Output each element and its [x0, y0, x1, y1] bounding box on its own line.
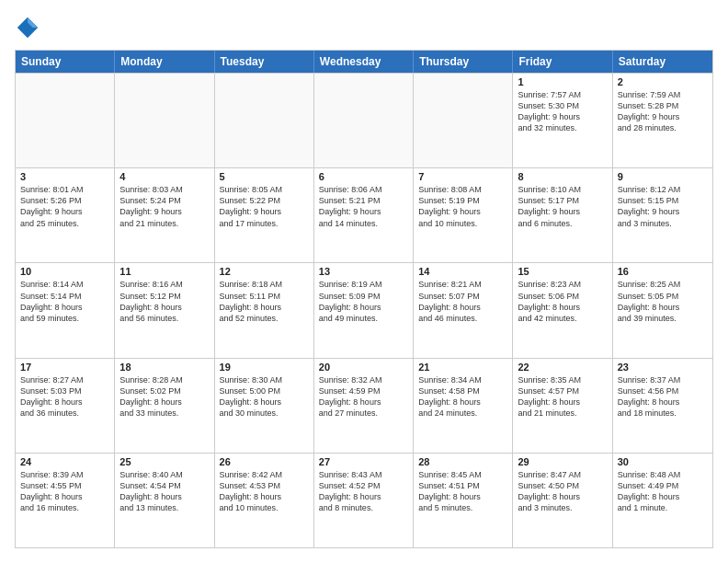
calendar-cell: 30Sunrise: 8:48 AM Sunset: 4:49 PM Dayli…	[613, 454, 712, 547]
calendar-cell	[115, 74, 214, 167]
day-info: Sunrise: 8:25 AM Sunset: 5:05 PM Dayligh…	[618, 279, 708, 324]
day-info: Sunrise: 8:47 AM Sunset: 4:50 PM Dayligh…	[518, 469, 607, 514]
calendar-cell: 18Sunrise: 8:28 AM Sunset: 5:02 PM Dayli…	[115, 359, 214, 453]
calendar-cell	[414, 74, 513, 167]
calendar-cell: 15Sunrise: 8:23 AM Sunset: 5:06 PM Dayli…	[513, 263, 612, 357]
calendar-header-saturday: Saturday	[613, 51, 712, 73]
day-number: 6	[319, 171, 408, 182]
day-info: Sunrise: 8:19 AM Sunset: 5:09 PM Dayligh…	[319, 279, 408, 324]
calendar-cell: 17Sunrise: 8:27 AM Sunset: 5:03 PM Dayli…	[16, 359, 115, 453]
day-info: Sunrise: 8:01 AM Sunset: 5:26 PM Dayligh…	[20, 184, 109, 229]
calendar-cell: 7Sunrise: 8:08 AM Sunset: 5:19 PM Daylig…	[414, 168, 513, 262]
calendar: SundayMondayTuesdayWednesdayThursdayFrid…	[15, 50, 713, 548]
calendar-body: 1Sunrise: 7:57 AM Sunset: 5:30 PM Daylig…	[16, 73, 712, 547]
day-number: 5	[220, 171, 309, 182]
calendar-header-thursday: Thursday	[414, 51, 513, 73]
day-info: Sunrise: 8:34 AM Sunset: 4:58 PM Dayligh…	[418, 374, 507, 419]
day-number: 27	[319, 456, 408, 467]
day-info: Sunrise: 8:42 AM Sunset: 4:53 PM Dayligh…	[220, 469, 309, 514]
logo-icon	[15, 15, 40, 40]
day-number: 21	[418, 362, 507, 373]
day-info: Sunrise: 8:06 AM Sunset: 5:21 PM Dayligh…	[319, 184, 408, 229]
day-number: 8	[518, 171, 607, 182]
day-info: Sunrise: 8:23 AM Sunset: 5:06 PM Dayligh…	[518, 279, 607, 324]
calendar-cell: 13Sunrise: 8:19 AM Sunset: 5:09 PM Dayli…	[314, 263, 414, 357]
day-number: 11	[119, 266, 209, 277]
calendar-header-monday: Monday	[115, 51, 214, 73]
day-info: Sunrise: 8:32 AM Sunset: 4:59 PM Dayligh…	[319, 374, 408, 419]
calendar-cell: 27Sunrise: 8:43 AM Sunset: 4:52 PM Dayli…	[314, 454, 414, 547]
day-info: Sunrise: 7:57 AM Sunset: 5:30 PM Dayligh…	[518, 89, 607, 134]
calendar-cell: 5Sunrise: 8:05 AM Sunset: 5:22 PM Daylig…	[215, 168, 314, 262]
calendar-cell: 25Sunrise: 8:40 AM Sunset: 4:54 PM Dayli…	[115, 454, 214, 547]
day-number: 15	[518, 266, 607, 277]
calendar-header: SundayMondayTuesdayWednesdayThursdayFrid…	[16, 51, 712, 73]
day-info: Sunrise: 8:37 AM Sunset: 4:56 PM Dayligh…	[618, 374, 708, 419]
day-number: 7	[418, 171, 507, 182]
day-number: 2	[618, 76, 708, 87]
calendar-row-1: 3Sunrise: 8:01 AM Sunset: 5:26 PM Daylig…	[16, 167, 712, 262]
header	[15, 15, 713, 40]
day-number: 23	[618, 362, 708, 373]
page: SundayMondayTuesdayWednesdayThursdayFrid…	[0, 0, 728, 563]
day-info: Sunrise: 8:39 AM Sunset: 4:55 PM Dayligh…	[20, 469, 109, 514]
day-info: Sunrise: 8:03 AM Sunset: 5:24 PM Dayligh…	[119, 184, 209, 229]
calendar-cell: 9Sunrise: 8:12 AM Sunset: 5:15 PM Daylig…	[613, 168, 712, 262]
calendar-header-tuesday: Tuesday	[215, 51, 314, 73]
day-number: 4	[119, 171, 209, 182]
calendar-row-2: 10Sunrise: 8:14 AM Sunset: 5:14 PM Dayli…	[16, 262, 712, 357]
calendar-cell: 21Sunrise: 8:34 AM Sunset: 4:58 PM Dayli…	[414, 359, 513, 453]
calendar-cell: 6Sunrise: 8:06 AM Sunset: 5:21 PM Daylig…	[314, 168, 414, 262]
day-info: Sunrise: 8:30 AM Sunset: 5:00 PM Dayligh…	[220, 374, 309, 419]
calendar-cell	[314, 74, 414, 167]
calendar-cell: 2Sunrise: 7:59 AM Sunset: 5:28 PM Daylig…	[613, 74, 712, 167]
day-number: 30	[618, 456, 708, 467]
calendar-cell: 4Sunrise: 8:03 AM Sunset: 5:24 PM Daylig…	[115, 168, 214, 262]
day-number: 17	[20, 362, 109, 373]
calendar-cell: 1Sunrise: 7:57 AM Sunset: 5:30 PM Daylig…	[513, 74, 612, 167]
day-info: Sunrise: 8:40 AM Sunset: 4:54 PM Dayligh…	[119, 469, 209, 514]
calendar-cell: 29Sunrise: 8:47 AM Sunset: 4:50 PM Dayli…	[513, 454, 612, 547]
day-number: 28	[418, 456, 507, 467]
day-info: Sunrise: 8:16 AM Sunset: 5:12 PM Dayligh…	[119, 279, 209, 324]
day-number: 14	[418, 266, 507, 277]
day-info: Sunrise: 8:48 AM Sunset: 4:49 PM Dayligh…	[618, 469, 708, 514]
calendar-header-wednesday: Wednesday	[314, 51, 414, 73]
day-number: 19	[220, 362, 309, 373]
day-info: Sunrise: 8:18 AM Sunset: 5:11 PM Dayligh…	[220, 279, 309, 324]
calendar-header-friday: Friday	[513, 51, 612, 73]
day-info: Sunrise: 8:28 AM Sunset: 5:02 PM Dayligh…	[119, 374, 209, 419]
calendar-cell	[215, 74, 314, 167]
calendar-cell	[16, 74, 115, 167]
calendar-cell: 12Sunrise: 8:18 AM Sunset: 5:11 PM Dayli…	[215, 263, 314, 357]
calendar-cell: 10Sunrise: 8:14 AM Sunset: 5:14 PM Dayli…	[16, 263, 115, 357]
day-number: 1	[518, 76, 607, 87]
calendar-cell: 16Sunrise: 8:25 AM Sunset: 5:05 PM Dayli…	[613, 263, 712, 357]
calendar-cell: 8Sunrise: 8:10 AM Sunset: 5:17 PM Daylig…	[513, 168, 612, 262]
calendar-header-sunday: Sunday	[16, 51, 115, 73]
calendar-cell: 20Sunrise: 8:32 AM Sunset: 4:59 PM Dayli…	[314, 359, 414, 453]
day-info: Sunrise: 8:08 AM Sunset: 5:19 PM Dayligh…	[418, 184, 507, 229]
day-number: 29	[518, 456, 607, 467]
day-number: 13	[319, 266, 408, 277]
calendar-cell: 26Sunrise: 8:42 AM Sunset: 4:53 PM Dayli…	[215, 454, 314, 547]
day-info: Sunrise: 7:59 AM Sunset: 5:28 PM Dayligh…	[618, 89, 708, 134]
calendar-cell: 3Sunrise: 8:01 AM Sunset: 5:26 PM Daylig…	[16, 168, 115, 262]
calendar-cell: 24Sunrise: 8:39 AM Sunset: 4:55 PM Dayli…	[16, 454, 115, 547]
day-info: Sunrise: 8:21 AM Sunset: 5:07 PM Dayligh…	[418, 279, 507, 324]
day-info: Sunrise: 8:43 AM Sunset: 4:52 PM Dayligh…	[319, 469, 408, 514]
day-number: 24	[20, 456, 109, 467]
day-info: Sunrise: 8:10 AM Sunset: 5:17 PM Dayligh…	[518, 184, 607, 229]
calendar-cell: 11Sunrise: 8:16 AM Sunset: 5:12 PM Dayli…	[115, 263, 214, 357]
logo	[15, 15, 44, 40]
calendar-cell: 23Sunrise: 8:37 AM Sunset: 4:56 PM Dayli…	[613, 359, 712, 453]
calendar-row-4: 24Sunrise: 8:39 AM Sunset: 4:55 PM Dayli…	[16, 453, 712, 547]
day-number: 12	[220, 266, 309, 277]
day-info: Sunrise: 8:12 AM Sunset: 5:15 PM Dayligh…	[618, 184, 708, 229]
day-number: 16	[618, 266, 708, 277]
day-number: 9	[618, 171, 708, 182]
calendar-cell: 14Sunrise: 8:21 AM Sunset: 5:07 PM Dayli…	[414, 263, 513, 357]
day-number: 3	[20, 171, 109, 182]
calendar-row-3: 17Sunrise: 8:27 AM Sunset: 5:03 PM Dayli…	[16, 358, 712, 453]
day-number: 10	[20, 266, 109, 277]
